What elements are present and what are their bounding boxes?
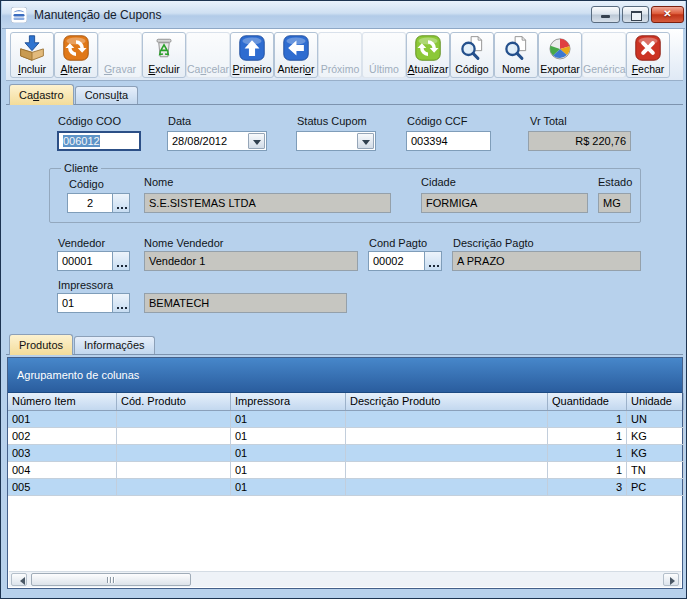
toolbar-button-label: Alterar xyxy=(55,63,97,75)
grid-grouping-band[interactable]: Agrupamento de colunas xyxy=(8,358,682,393)
toolbar-button-cancelar: Cancelar xyxy=(186,32,230,78)
arrow-up-blue-icon xyxy=(231,33,273,63)
cliente-codigo-lookup-button[interactable] xyxy=(112,193,130,213)
table-row[interactable]: 005013PC xyxy=(8,479,682,496)
column-header-unidade[interactable]: Unidade xyxy=(627,393,684,410)
data-combobox[interactable]: 28/08/2012 xyxy=(167,131,267,151)
cell-descricao-produto xyxy=(346,411,548,428)
toolbar-button-label: Gravar xyxy=(99,63,141,75)
cliente-codigo-input[interactable]: 2 xyxy=(67,193,113,213)
toolbar-button-label: Último xyxy=(363,63,405,75)
blank-icon xyxy=(583,33,625,63)
cell-descricao-produto xyxy=(346,479,548,496)
blank-icon xyxy=(319,33,361,63)
codigo-coo-value: 006012 xyxy=(63,135,100,147)
cell-unidade: PC xyxy=(627,479,684,496)
vendedor-input[interactable]: 00001 xyxy=(57,251,113,271)
codigo-ccf-input[interactable]: 003394 xyxy=(406,131,491,151)
toolbar-button-label: Genérica xyxy=(583,63,625,75)
toolbar-button-excluir[interactable]: Excluir xyxy=(142,32,186,78)
cliente-cidade-field: FORMIGA xyxy=(421,193,588,213)
cell-cod-produto xyxy=(117,428,231,445)
toolbar-button-anterior[interactable]: Anterior xyxy=(274,32,318,78)
column-header-numero-item[interactable]: Número Item xyxy=(8,393,117,410)
cell-impressora: 01 xyxy=(231,445,346,462)
vendedor-lookup-button[interactable] xyxy=(112,251,130,271)
tab-consulta[interactable]: Consulta xyxy=(75,86,138,104)
impressora-label: Impressora xyxy=(58,279,113,291)
scroll-left-icon[interactable] xyxy=(11,573,27,586)
vr-total-field: R$ 220,76 xyxy=(528,131,631,151)
cell-impressora: 01 xyxy=(231,428,346,445)
toolbar-button-generica: Genérica xyxy=(582,32,626,78)
impressora-input[interactable]: 01 xyxy=(57,293,113,313)
cell-cod-produto xyxy=(117,462,231,479)
maximize-button[interactable] xyxy=(622,6,649,23)
tab-produtos[interactable]: Produtos xyxy=(9,334,73,355)
toolbar-button-incluir[interactable]: Incluir xyxy=(10,32,54,78)
cell-descricao-produto xyxy=(346,445,548,462)
status-cupom-dropdown-icon[interactable] xyxy=(357,133,374,149)
cell-quantidade: 3 xyxy=(548,479,627,496)
cliente-cidade-label: Cidade xyxy=(421,176,456,188)
column-header-quantidade[interactable]: Quantidade xyxy=(548,393,627,410)
toolbar-button-nome[interactable]: Nome xyxy=(494,32,538,78)
toolbar-button-exportar[interactable]: Exportar xyxy=(538,32,582,78)
minimize-button[interactable] xyxy=(591,6,620,23)
title-bar[interactable]: Manutenção de Cupons xyxy=(2,1,685,29)
cell-impressora: 01 xyxy=(231,411,346,428)
column-header-descricao-produto[interactable]: Descrição Produto xyxy=(346,393,548,410)
window-title: Manutenção de Cupons xyxy=(34,8,161,22)
toolbar-button-atualizar[interactable]: Atualizar xyxy=(406,32,450,78)
toolbar-button-alterar[interactable]: Alterar xyxy=(54,32,98,78)
cell-quantidade: 1 xyxy=(548,445,627,462)
cliente-codigo-label: Código xyxy=(69,178,104,190)
detail-tabstrip: ProdutosInformações xyxy=(6,334,683,355)
toolbar-button-label: Exportar xyxy=(539,63,581,75)
cliente-nome-field: S.E.SISTEMAS LTDA xyxy=(144,193,391,213)
cell-unidade: KG xyxy=(627,445,684,462)
tab-cadastro[interactable]: Cadastro xyxy=(9,84,74,105)
produtos-grid: Agrupamento de colunas Número ItemCód. P… xyxy=(7,357,683,589)
arrow-left-blue-icon xyxy=(275,33,317,63)
cond-pagto-input[interactable]: 00002 xyxy=(368,251,425,271)
tab-informacoes[interactable]: Informações xyxy=(74,336,155,354)
toolbar-button-label: Próximo xyxy=(319,63,361,75)
toolbar-button-label: Primeiro xyxy=(231,63,273,75)
column-header-cod-produto[interactable]: Cód. Produto xyxy=(117,393,231,410)
status-cupom-combobox[interactable] xyxy=(296,131,376,151)
cond-pagto-lookup-button[interactable] xyxy=(424,251,442,271)
descricao-pagto-label: Descrição Pagto xyxy=(453,237,534,249)
close-button[interactable] xyxy=(651,6,684,23)
scroll-right-icon[interactable] xyxy=(663,573,679,586)
table-row[interactable]: 001011UN xyxy=(8,411,682,428)
app-window: Manutenção de Cupons IncluirAlterarGrava… xyxy=(0,0,687,599)
cell-numero-item: 003 xyxy=(8,445,117,462)
scrollbar-thumb[interactable] xyxy=(31,573,191,586)
main-tabstrip: CadastroConsulta xyxy=(6,84,683,105)
codigo-coo-input[interactable]: 006012 xyxy=(57,131,141,151)
table-row[interactable]: 004011TN xyxy=(8,462,682,479)
toolbar-button-codigo[interactable]: Código xyxy=(450,32,494,78)
horizontal-scrollbar[interactable] xyxy=(9,571,681,587)
pie-chart-icon xyxy=(539,33,581,63)
column-header-impressora[interactable]: Impressora xyxy=(231,393,346,410)
impressora-lookup-button[interactable] xyxy=(112,293,130,313)
toolbar-button-label: Anterior xyxy=(275,63,317,75)
cell-cod-produto xyxy=(117,479,231,496)
toolbar-button-label: Excluir xyxy=(143,63,185,75)
toolbar-button-label: Código xyxy=(451,63,493,75)
recycle-bin-icon xyxy=(143,33,185,63)
toolbar: IncluirAlterarGravarExcluirCancelarPrime… xyxy=(6,29,683,81)
toolbar-button-label: Cancelar xyxy=(187,63,229,75)
cell-impressora: 01 xyxy=(231,479,346,496)
toolbar-button-fechar[interactable]: Fechar xyxy=(626,32,670,78)
table-row[interactable]: 003011KG xyxy=(8,445,682,462)
table-row[interactable]: 002011KG xyxy=(8,428,682,445)
cell-cod-produto xyxy=(117,411,231,428)
data-dropdown-icon[interactable] xyxy=(248,133,265,149)
cliente-group-label: Cliente xyxy=(61,162,101,174)
cliente-estado-label: Estado xyxy=(598,176,632,188)
nome-vendedor-label: Nome Vendedor xyxy=(144,237,224,249)
toolbar-button-primeiro[interactable]: Primeiro xyxy=(230,32,274,78)
